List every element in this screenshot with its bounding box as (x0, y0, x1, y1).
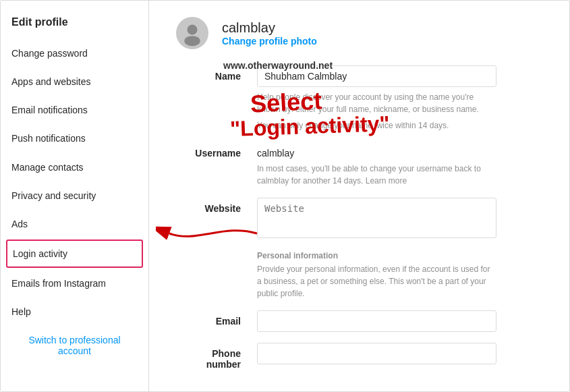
username-field: calmblay In most cases, you'll be able t… (257, 142, 542, 187)
sidebar-item-push-notifications[interactable]: Push notifications (1, 124, 148, 152)
avatar (176, 17, 208, 49)
change-photo-link[interactable]: Change profile photo (222, 36, 317, 47)
email-input[interactable] (257, 310, 496, 332)
name-label: Name (176, 65, 257, 82)
sidebar-item-email-notifications[interactable]: Email notifications (1, 96, 148, 124)
sidebar-item-ads[interactable]: Ads (1, 210, 148, 238)
username-hint: In most cases, you'll be able to change … (257, 163, 496, 187)
name-row: Name Help people discover your account b… (176, 65, 542, 132)
sidebar-item-apps-websites[interactable]: Apps and websites (1, 67, 148, 96)
profile-header: calmblay Change profile photo (176, 17, 542, 49)
phone-label: Phone number (176, 343, 257, 370)
website-input[interactable] (257, 198, 496, 238)
svg-point-2 (184, 36, 200, 46)
profile-info: calmblay Change profile photo (222, 20, 317, 47)
username-display: calmblay (222, 20, 317, 36)
name-hint1: Help people discover your account by usi… (257, 91, 496, 115)
svg-point-1 (188, 25, 198, 35)
personal-info-title: Personal information (257, 251, 542, 260)
name-field: Help people discover your account by usi… (257, 65, 542, 132)
sidebar: Edit profile Change password Apps and we… (1, 1, 149, 391)
username-value: calmblay (257, 142, 542, 159)
main-content-wrapper: calmblay Change profile photo Name Help … (149, 1, 569, 391)
personal-info-desc: Provide your personal information, even … (257, 263, 496, 300)
main-content: calmblay Change profile photo Name Help … (149, 1, 569, 391)
username-row: Username calmblay In most cases, you'll … (176, 142, 542, 187)
email-label: Email (176, 310, 257, 327)
sidebar-item-login-activity[interactable]: Login activity (6, 240, 143, 268)
phone-row: Phone number (176, 343, 542, 370)
website-field (257, 198, 542, 240)
phone-field (257, 343, 542, 364)
sidebar-item-help[interactable]: Help (1, 298, 148, 326)
email-row: Email (176, 310, 542, 332)
sidebar-item-change-password[interactable]: Change password (1, 39, 148, 67)
switch-professional-link[interactable]: Switch to professional account (1, 327, 148, 364)
email-field (257, 310, 542, 332)
name-hint2: You can only change your name twice with… (257, 119, 496, 132)
website-row: Website (176, 198, 542, 240)
personal-info-field: Personal information Provide your person… (257, 251, 542, 300)
sidebar-item-privacy-security[interactable]: Privacy and security (1, 181, 148, 210)
phone-input[interactable] (257, 343, 496, 364)
sidebar-item-emails-instagram[interactable]: Emails from Instagram (1, 269, 148, 298)
personal-info-spacer (176, 251, 257, 256)
username-label: Username (176, 142, 257, 159)
name-input[interactable] (257, 65, 496, 87)
sidebar-header: Edit profile (1, 6, 148, 39)
website-label: Website (176, 198, 257, 214)
personal-info-row: Personal information Provide your person… (176, 251, 542, 300)
sidebar-item-manage-contacts[interactable]: Manage contacts (1, 153, 148, 181)
